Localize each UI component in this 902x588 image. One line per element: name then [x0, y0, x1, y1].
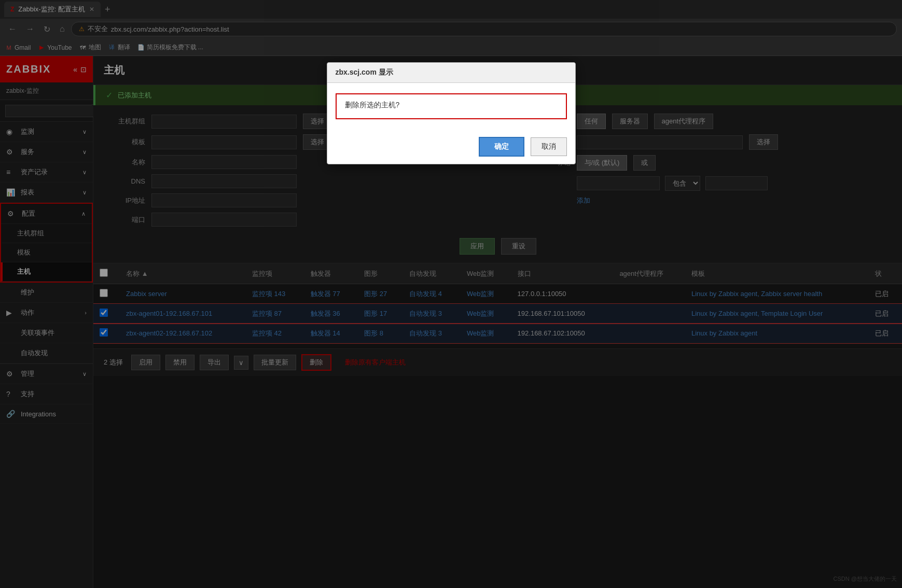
dialog-cancel-button[interactable]: 取消 — [531, 137, 567, 156]
dialog-footer: 确定 取消 — [327, 130, 575, 164]
dialog-overlay: zbx.scj.com 显示 删除所选的主机? 确定 取消 — [0, 0, 902, 588]
dialog-message-text: 删除所选的主机? — [345, 101, 400, 109]
dialog-body: 删除所选的主机? — [327, 83, 575, 130]
dialog-message: 删除所选的主机? — [336, 93, 567, 119]
dialog-header: zbx.scj.com 显示 — [327, 63, 575, 83]
dialog-box: zbx.scj.com 显示 删除所选的主机? 确定 取消 — [327, 62, 576, 164]
dialog-confirm-button[interactable]: 确定 — [479, 137, 524, 157]
dialog-title: zbx.scj.com 显示 — [336, 68, 393, 76]
